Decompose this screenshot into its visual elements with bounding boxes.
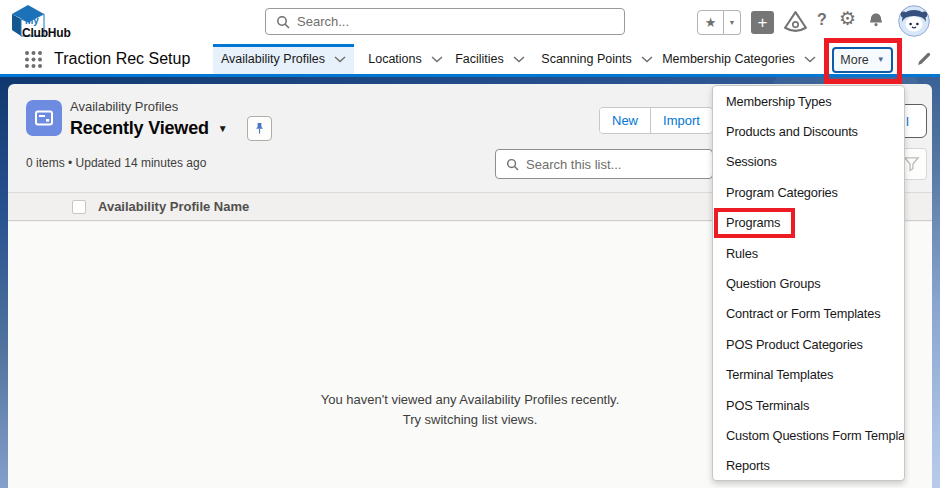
myclubhub-logo[interactable]: My ClubHub <box>10 2 100 42</box>
tab-locations[interactable]: Locations <box>362 44 449 74</box>
tab-label: Facilities <box>455 52 504 66</box>
chevron-down-icon <box>431 56 443 63</box>
tab-label: Scanning Points <box>541 52 631 66</box>
chevron-down-icon <box>641 56 653 63</box>
notifications-button[interactable] <box>867 12 885 30</box>
tab-more-button[interactable]: More ▼ <box>832 47 893 73</box>
tab-label: Availability Profiles <box>221 52 325 66</box>
caret-down-icon: ▼ <box>877 56 885 64</box>
tab-scanning-points[interactable]: Scanning Points <box>538 44 656 74</box>
menu-item-program-categories[interactable]: Program Categories <box>713 177 904 207</box>
entity-record-icon <box>34 108 54 128</box>
tab-label: Membership Categories <box>662 52 795 66</box>
logo-text-clubhub: ClubHub <box>22 26 71 40</box>
new-button[interactable]: New <box>600 108 650 133</box>
favorites-dropdown-button[interactable]: ▼ <box>724 10 741 35</box>
view-name[interactable]: Recently Viewed <box>70 118 209 139</box>
question-mark-icon: ? <box>817 11 827 28</box>
app-name[interactable]: Traction Rec Setup <box>54 44 190 74</box>
app-launcher-button[interactable] <box>24 50 43 69</box>
list-search[interactable] <box>495 149 713 179</box>
view-selector-caret-icon[interactable]: ▼ <box>218 123 228 134</box>
search-icon <box>506 158 519 171</box>
more-label: More <box>840 53 868 67</box>
partial-button-text: l <box>906 114 909 129</box>
menu-item-reports[interactable]: Reports <box>713 451 904 481</box>
chevron-down-icon <box>513 56 525 63</box>
app-launcher-waffle-icon <box>24 50 43 69</box>
menu-item-sessions[interactable]: Sessions <box>713 147 904 177</box>
filter-funnel-icon <box>903 156 920 172</box>
list-search-input[interactable] <box>526 157 696 172</box>
tab-label: Locations <box>368 52 422 66</box>
global-actions-button[interactable]: + <box>751 11 774 34</box>
menu-item-rules[interactable]: Rules <box>713 238 904 268</box>
gear-icon: ⚙ <box>839 8 856 29</box>
availability-profiles-entity-icon <box>26 100 62 136</box>
more-dropdown-menu: Membership Types Products and Discounts … <box>712 85 905 481</box>
favorites-star-button[interactable]: ★ <box>697 10 724 35</box>
pin-icon <box>252 121 267 136</box>
avatar-astro-icon <box>898 5 930 37</box>
chevron-down-icon <box>334 56 346 63</box>
setup-gear-button[interactable]: ⚙ <box>839 9 856 28</box>
search-icon <box>276 15 290 29</box>
logo-text-my: My <box>25 15 39 26</box>
chevron-down-icon: ▼ <box>729 19 736 26</box>
import-button[interactable]: Import <box>650 108 712 133</box>
menu-item-programs[interactable]: Programs <box>713 208 904 238</box>
guidance-center-icon <box>783 9 808 34</box>
plus-icon: + <box>758 14 768 31</box>
star-icon: ★ <box>705 15 717 30</box>
menu-item-membership-types[interactable]: Membership Types <box>713 86 904 116</box>
edit-navbar-button[interactable] <box>916 51 932 67</box>
tab-membership-categories[interactable]: Membership Categories <box>655 44 823 74</box>
menu-item-products-and-discounts[interactable]: Products and Discounts <box>713 116 904 146</box>
pencil-icon <box>916 51 932 67</box>
app-navbar: Traction Rec Setup Availability Profiles… <box>0 44 940 77</box>
global-header: My ClubHub ★ ▼ + ? ⚙ <box>0 0 940 44</box>
menu-item-terminal-templates[interactable]: Terminal Templates <box>713 360 904 390</box>
menu-item-question-groups[interactable]: Question Groups <box>713 268 904 298</box>
chevron-down-icon <box>804 56 816 63</box>
select-all-checkbox[interactable] <box>72 200 86 214</box>
entity-label: Availability Profiles <box>70 99 272 114</box>
pin-list-button[interactable] <box>247 116 272 141</box>
bell-icon <box>867 12 885 30</box>
user-avatar[interactable] <box>898 5 930 37</box>
menu-item-pos-product-categories[interactable]: POS Product Categories <box>713 329 904 359</box>
global-search[interactable] <box>265 8 625 35</box>
menu-item-contract-or-form-templates[interactable]: Contract or Form Templates <box>713 299 904 329</box>
column-header-availability-profile-name[interactable]: Availability Profile Name <box>98 199 249 214</box>
global-search-input[interactable] <box>297 14 597 29</box>
menu-item-pos-terminals[interactable]: POS Terminals <box>713 390 904 420</box>
tab-availability-profiles[interactable]: Availability Profiles <box>213 44 354 74</box>
help-button[interactable]: ? <box>817 11 827 29</box>
list-view-heading: Availability Profiles Recently Viewed ▼ <box>70 99 272 141</box>
list-status-text: 0 items • Updated 14 minutes ago <box>26 156 206 170</box>
screen: My ClubHub ★ ▼ + ? ⚙ <box>0 0 940 488</box>
list-actions-group: New Import <box>599 107 713 134</box>
guidance-center-button[interactable] <box>783 9 808 34</box>
favorites-group: ★ ▼ <box>697 10 741 35</box>
tab-facilities[interactable]: Facilities <box>449 44 531 74</box>
menu-item-custom-questions-form-templates[interactable]: Custom Questions Form Templates <box>713 420 904 450</box>
